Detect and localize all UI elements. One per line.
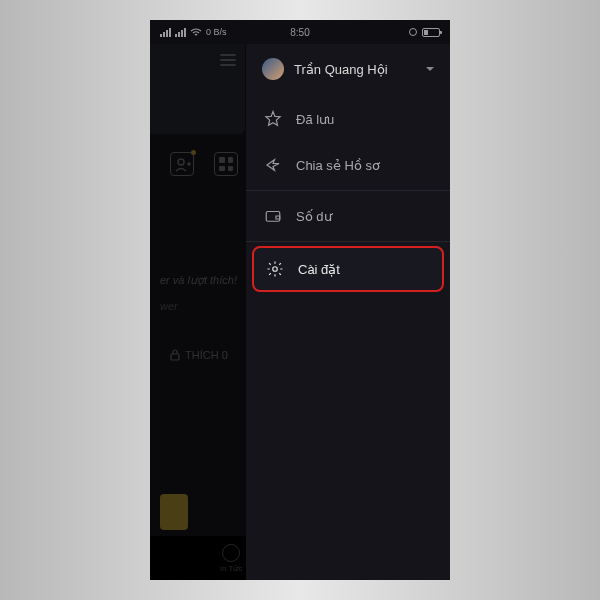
wallet-icon [264, 207, 282, 225]
status-left: 0 B/s [160, 27, 227, 37]
username: Trần Quang Hội [294, 62, 416, 77]
likes-label: THÍCH 0 [185, 349, 228, 361]
chevron-down-icon [426, 67, 434, 71]
refresh-icon [408, 27, 418, 37]
avatar [262, 58, 284, 80]
account-switcher[interactable]: Trần Quang Hội [246, 44, 450, 96]
hamburger-icon[interactable] [220, 54, 236, 66]
add-user-button[interactable] [170, 152, 194, 176]
drawer-item-saved[interactable]: Đã lưu [246, 96, 450, 142]
chat-icon [222, 544, 240, 562]
svg-rect-2 [171, 354, 179, 360]
battery-icon [422, 28, 440, 37]
drawer-label-saved: Đã lưu [296, 112, 334, 127]
side-drawer: Trần Quang Hội Đã lưu Chia sẻ Hồ sơ [246, 44, 450, 580]
drawer-label-share: Chia sẻ Hồ sơ [296, 158, 380, 173]
divider-2 [246, 241, 450, 242]
star-icon [264, 110, 282, 128]
drawer-item-settings[interactable]: Cài đặt [252, 246, 444, 292]
profile-toolbar [170, 152, 238, 176]
phone-screen: 0 B/s 8:50 er và lượt thích! wer THÍCH 0 [150, 20, 450, 580]
svg-point-4 [273, 267, 278, 272]
status-bar: 0 B/s 8:50 [150, 20, 450, 44]
status-time: 8:50 [290, 27, 309, 38]
status-right [408, 27, 440, 37]
network-speed: 0 B/s [206, 27, 227, 37]
signal-icon-2 [175, 28, 186, 37]
divider [246, 190, 450, 191]
followers-text: er và lượt thích! [160, 274, 237, 287]
qr-button[interactable] [214, 152, 238, 176]
drawer-item-balance[interactable]: Số dư [246, 193, 450, 239]
drawer-item-share[interactable]: Chia sẻ Hồ sơ [246, 142, 450, 188]
wer-text: wer [160, 300, 178, 312]
nav-news-label: ìn Tức [220, 564, 243, 573]
yellow-action-button[interactable] [160, 494, 188, 530]
drawer-label-settings: Cài đặt [298, 262, 340, 277]
wifi-icon [190, 28, 202, 37]
gear-icon [266, 260, 284, 278]
share-icon [264, 156, 282, 174]
lock-icon [170, 349, 180, 361]
svg-point-1 [178, 159, 184, 165]
svg-point-0 [410, 29, 417, 36]
notification-dot [191, 150, 196, 155]
likes-row: THÍCH 0 [170, 349, 228, 361]
content: er và lượt thích! wer THÍCH 0 ìn Tức Tôi [150, 44, 450, 580]
nav-news[interactable]: ìn Tức [220, 544, 243, 573]
signal-icon [160, 28, 171, 37]
drawer-label-balance: Số dư [296, 209, 332, 224]
